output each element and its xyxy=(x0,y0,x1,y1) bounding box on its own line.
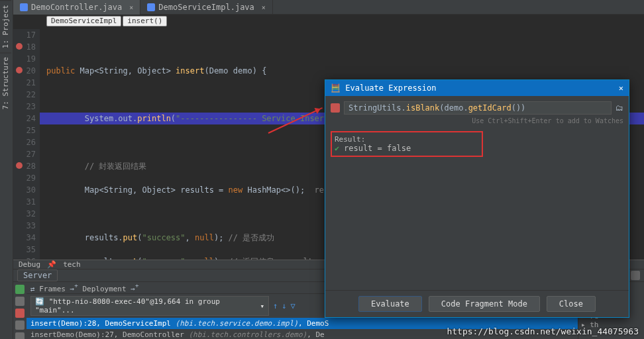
run-config: tech xyxy=(63,260,81,269)
close-icon[interactable]: × xyxy=(262,4,266,11)
hint-text: Use Ctrl+Shift+Enter to add to Watches xyxy=(331,117,623,124)
code-fragment-mode-button[interactable]: Code Fragment Mode xyxy=(429,296,540,312)
breadcrumb: DemoServiceImpl insert() xyxy=(46,16,167,26)
pin-icon[interactable]: 📌 xyxy=(47,260,56,269)
evaluate-button[interactable]: Evaluate xyxy=(358,296,422,312)
stop-icon[interactable] xyxy=(15,309,25,318)
view-breakpoints-icon[interactable] xyxy=(15,320,25,330)
next-frame-icon[interactable]: ↓ xyxy=(282,301,286,311)
close-icon[interactable]: × xyxy=(129,4,133,11)
structure-tool-tab[interactable]: 7: Structure xyxy=(0,52,11,113)
tool-sidebar: 1: Project 7: Structure xyxy=(0,0,13,339)
thread-selector[interactable]: 🔄 "http-nio-8080-exec-40"@19,664 in grou… xyxy=(30,296,269,316)
debug-title: Debug xyxy=(19,260,40,269)
close-button[interactable]: Close xyxy=(547,296,596,312)
result-value[interactable]: result = false xyxy=(335,144,479,153)
tab-label: DemoController.java xyxy=(31,3,122,12)
rerun-icon[interactable] xyxy=(15,285,25,294)
server-tab[interactable]: Server xyxy=(17,269,58,281)
watermark: https://blog.csdn.net/weixin_44075963 xyxy=(447,326,639,336)
result-panel: Result: result = false xyxy=(331,131,483,157)
filter-icon[interactable]: ▽ xyxy=(290,301,295,311)
close-icon[interactable]: ✕ xyxy=(619,83,623,93)
history-icon[interactable]: 🗂 xyxy=(616,103,623,113)
evaluate-expression-dialog: 🧮 Evaluate Expression ✕ StringUtils.isBl… xyxy=(325,79,629,318)
java-file-icon xyxy=(147,3,155,11)
prev-frame-icon[interactable]: ↑ xyxy=(273,301,278,311)
java-file-icon xyxy=(20,3,28,11)
resume-icon[interactable] xyxy=(15,297,25,306)
tab-label: DemoServiceImpl.java xyxy=(158,3,254,12)
breadcrumb-method[interactable]: insert() xyxy=(123,16,167,26)
deployment-tab[interactable]: Deployment xyxy=(82,285,126,293)
tab-demoserviceimpl[interactable]: DemoServiceImpl.java × xyxy=(140,0,273,15)
result-label: Result: xyxy=(335,135,479,144)
dialog-title: 🧮 Evaluate Expression xyxy=(331,83,437,93)
expression-input[interactable]: StringUtils.isBlank(demo.getIdCard()) xyxy=(344,101,612,115)
project-tool-tab[interactable]: 1: Project xyxy=(0,0,11,52)
comment: // 封装返回结果 xyxy=(46,162,146,171)
editor-tabs: DemoController.java × DemoServiceImpl.ja… xyxy=(13,0,644,15)
debug-side-toolbar xyxy=(13,282,27,339)
evaluate-expression-icon[interactable] xyxy=(631,271,640,280)
tab-democontroller[interactable]: DemoController.java × xyxy=(13,0,140,15)
java-class-icon xyxy=(331,103,340,113)
editor-gutter: 1718192021222324252627282930313233343536… xyxy=(13,29,40,260)
frames-tab[interactable]: Frames xyxy=(39,285,66,293)
breadcrumb-class[interactable]: DemoServiceImpl xyxy=(46,16,121,26)
mute-breakpoints-icon[interactable] xyxy=(15,332,25,339)
